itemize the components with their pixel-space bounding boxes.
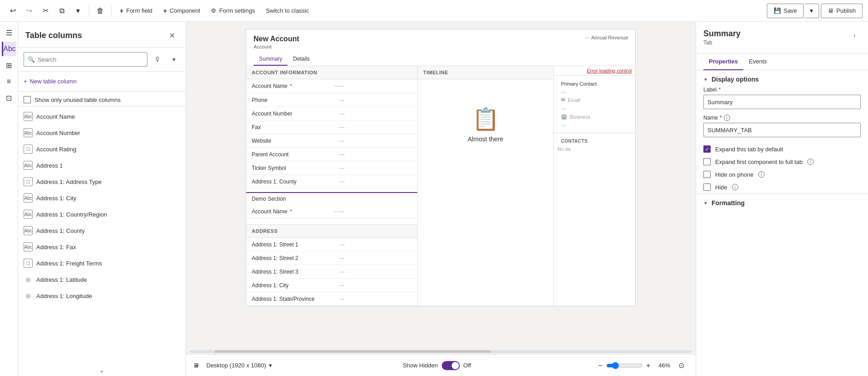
dropdown-button[interactable]: ▾	[71, 4, 85, 18]
scroll-indicator: ▼	[18, 367, 185, 376]
layers-icon-button[interactable]: ≡	[2, 74, 16, 89]
list-item[interactable]: Abc Address 1: Country/Region	[18, 206, 185, 222]
toolbar-right: 💾 Save ▾ 🖥 Publish	[767, 4, 863, 18]
geo-icon: ◎	[24, 275, 33, 284]
tab-details[interactable]: Details	[288, 53, 315, 66]
formatting-title: Formatting	[712, 199, 745, 207]
switch-classic-button[interactable]: Switch to classic	[261, 4, 313, 18]
timeline-area: 📋 Almost there	[418, 79, 553, 170]
annual-revenue-label: Annual Revenue	[591, 35, 628, 40]
name-input[interactable]	[703, 123, 861, 137]
bottom-right: − + 46% ⊙	[598, 358, 688, 373]
redo-button[interactable]: ↪	[22, 4, 36, 18]
new-table-column-button[interactable]: + New table column	[24, 76, 77, 87]
list-item[interactable]: ◎ Address 1: Latitude	[18, 271, 185, 288]
hide-checkbox[interactable]	[703, 183, 711, 191]
expand-tab-checkbox[interactable]: ✓	[703, 145, 711, 153]
abc-icon: Abc	[24, 226, 33, 235]
device-selector-button[interactable]: Desktop (1920 x 1080) ▾	[203, 360, 276, 371]
list-item[interactable]: Abc Account Name	[18, 108, 185, 125]
form-settings-button[interactable]: ⚙ Form settings	[206, 4, 259, 18]
sidebar-item-label: Account Name	[36, 113, 75, 120]
component-label: Component	[170, 7, 200, 14]
field-label: Fax	[252, 124, 339, 130]
delete-button[interactable]: 🗑	[93, 4, 107, 18]
publish-button[interactable]: 🖥 Publish	[821, 4, 863, 18]
save-button[interactable]: 💾 Save	[767, 4, 804, 18]
sidebar-header: Table columns ✕	[18, 22, 185, 48]
right-panel-header: Summary Tab ›	[696, 22, 868, 53]
grid-icon-button[interactable]: ⊞	[2, 58, 16, 72]
copy-button[interactable]: ⧉	[54, 4, 69, 18]
list-item[interactable]: Abc Address 1: County	[18, 222, 185, 239]
filter-button[interactable]: ⊽	[151, 53, 164, 66]
canvas-scroll[interactable]: New Account Account ··· Annual Revenue S…	[186, 22, 696, 349]
menu-icon-button[interactable]: ☰	[2, 25, 16, 40]
expand-first-checkbox[interactable]	[703, 158, 711, 165]
show-unused-checkbox[interactable]	[24, 96, 31, 103]
search-input[interactable]	[38, 56, 143, 63]
form-field-button[interactable]: + Form field	[115, 4, 157, 18]
undo-button[interactable]: ↩	[5, 4, 20, 18]
hide-phone-checkbox[interactable]	[703, 171, 711, 178]
list-item[interactable]: ◎ Address 1: Longitude	[18, 288, 185, 304]
fullscreen-icon-button[interactable]: ⊙	[674, 358, 688, 373]
list-item[interactable]: ☐ Account Rating	[18, 141, 185, 157]
contacts-section: CONTACTS No da	[554, 133, 635, 154]
list-item[interactable]: Abc Account Number	[18, 125, 185, 141]
geo-icon: ◎	[24, 291, 33, 300]
main-layout: ☰ Abc ⊞ ≡ ⊡ Table columns ✕ 🔍 ⊽ ▾ + New …	[0, 22, 868, 376]
sidebar-item-label: Address 1	[36, 162, 63, 169]
list-item[interactable]: Abc Address 1: City	[18, 190, 185, 206]
expand-tab-label: Expand this tab by default	[715, 146, 783, 153]
tab-events[interactable]: Events	[743, 53, 772, 70]
sidebar-actions: + New table column	[18, 72, 185, 92]
cut-button[interactable]: ✂	[38, 4, 53, 18]
zoom-minus-button[interactable]: −	[598, 362, 602, 370]
zoom-slider[interactable]	[606, 362, 643, 369]
sort-button[interactable]: ▾	[167, 53, 180, 66]
fields-icon-button[interactable]: Abc	[2, 42, 16, 56]
field-label: Website	[252, 138, 339, 144]
field-value: ---	[339, 151, 412, 158]
new-column-label: New table column	[30, 78, 77, 85]
field-value: ---	[339, 111, 412, 117]
sidebar-search-area: 🔍 ⊽ ▾	[18, 48, 185, 72]
field-label: Ticker Symbol	[252, 165, 339, 171]
list-item[interactable]: Abc Address 1: Fax	[18, 239, 185, 255]
right-panel-expand-button[interactable]: ›	[848, 29, 861, 42]
business-label: Business	[570, 114, 590, 120]
field-label: Account Number	[252, 111, 339, 117]
zoom-plus-button[interactable]: +	[646, 362, 650, 370]
label-input[interactable]	[703, 95, 861, 109]
sidebar-close-button[interactable]: ✕	[166, 29, 178, 42]
list-item[interactable]: ☐ Address 1: Freight Terms	[18, 255, 185, 271]
table-icon-button[interactable]: ⊡	[2, 91, 16, 105]
error-link[interactable]: Error loading control	[587, 68, 632, 73]
form-left-column: ACCOUNT INFORMATION Account Name * ··· -…	[246, 66, 418, 306]
display-options-section[interactable]: ▼ Display options	[696, 70, 868, 87]
h-scrollbar[interactable]	[186, 349, 696, 354]
component-button[interactable]: + Component	[159, 4, 205, 18]
formatting-section[interactable]: ▼ Formatting	[696, 193, 868, 210]
tab-properties[interactable]: Properties	[703, 53, 743, 70]
expand-first-label: Expand first component to full tab	[715, 159, 803, 165]
timeline-header: Timeline	[418, 66, 553, 79]
toolbar-divider-2	[111, 5, 112, 16]
field-label: Address 1: Street 3	[252, 269, 339, 275]
sidebar-item-label: Address 1: Address Type	[36, 178, 102, 185]
right-panel-subtitle: Tab	[703, 39, 741, 46]
field-value: ---	[339, 178, 412, 185]
select-icon: ☐	[24, 259, 33, 268]
h-scrollbar-thumb[interactable]	[215, 350, 491, 353]
list-item[interactable]: Abc Address 1	[18, 157, 185, 174]
show-hidden-toggle[interactable]	[442, 361, 460, 370]
check-icon: ✓	[705, 146, 709, 152]
list-item[interactable]: ☐ Address 1: Address Type	[18, 174, 185, 190]
table-row: Ticker Symbol ---	[246, 161, 417, 175]
tab-summary[interactable]: Summary	[254, 53, 288, 66]
save-dropdown-button[interactable]: ▾	[805, 4, 819, 18]
field-label: Address 1: State/Province	[252, 296, 339, 302]
toggle-thumb	[452, 362, 459, 369]
publish-icon: 🖥	[828, 7, 834, 14]
